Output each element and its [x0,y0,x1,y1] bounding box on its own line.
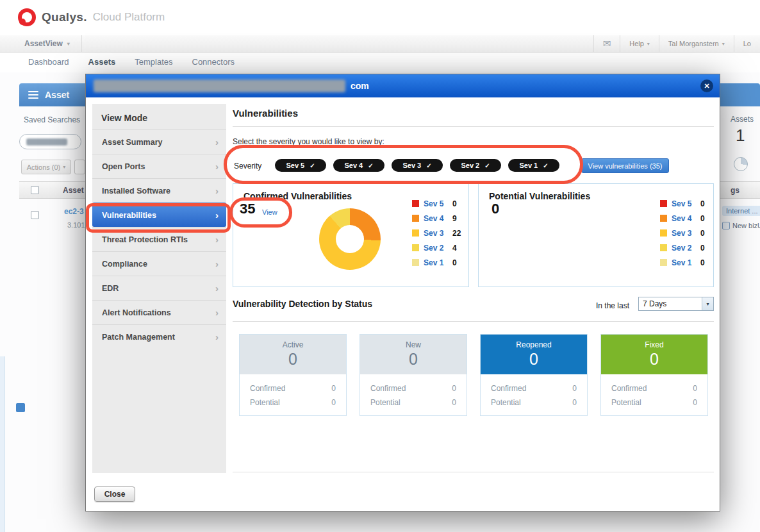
status-card-label: Reopened [481,335,587,349]
legend-row: Sev 2 4 [412,244,461,252]
brand-suffix: Cloud Platform [93,11,165,24]
legend-value: 0 [700,258,705,267]
sev1-swatch [412,259,419,266]
small-blue-icon [16,403,25,412]
status-section-title: Vulnerability Detection by Status [233,299,372,309]
close-button[interactable]: Close [94,486,135,502]
mail-button[interactable]: ✉ [593,35,620,52]
potential-row-label: Potential [611,398,641,407]
sev5-swatch [660,200,667,207]
screen: Qualys. Cloud Platform AssetView ▾ ✉ Hel… [0,0,760,532]
period-select[interactable]: 7 Days ▾ [638,297,714,311]
sidebar-item-open-ports[interactable]: Open Ports › [92,154,226,178]
page-title: Vulnerabilities [233,108,298,119]
sev2-swatch [412,244,419,251]
pie-widget-icon[interactable] [734,157,748,171]
sev-1-pill[interactable]: Sev 1 ✓ [508,159,559,172]
legend-label: Sev 3 [424,229,448,238]
legend-value: 0 [700,229,705,238]
legend-row: Sev 3 0 [660,229,705,237]
brand-name: Qualys. [42,10,87,24]
chevron-right-icon: › [215,130,219,154]
status-cards: Active 0 Confirmed 0 Potential 0 [239,334,708,416]
confirmed-row-label: Confirmed [611,384,647,393]
sidebar-item-asset-summary[interactable]: Asset Summary › [92,129,226,154]
view-mode-title: View Mode [92,104,226,129]
tab-connectors[interactable]: Connectors [192,57,235,67]
sidebar-item-alert-notifications[interactable]: Alert Notifications › [92,300,226,324]
legend-value: 0 [452,258,457,267]
sidebar-item-patch-management[interactable]: Patch Management › [92,324,226,349]
tag-internet[interactable]: Internet ... [722,206,760,216]
sidebar-item-label: Vulnerabilities [102,211,156,220]
logout-link[interactable]: Lo [734,35,760,52]
list-icon [28,91,38,99]
redacted-search-text [26,138,67,145]
saved-search-input[interactable] [19,134,81,149]
select-all-checkbox[interactable] [31,186,39,194]
confirmed-view-link[interactable]: View [262,208,277,216]
chevron-down-icon: ▾ [647,41,650,47]
actions-button[interactable]: Actions (0) ▾ [21,160,71,174]
tab-templates[interactable]: Templates [135,57,172,67]
potential-row-value: 0 [452,398,456,407]
view-vulnerabilities-button[interactable]: View vulnerabilities (35) [581,158,669,173]
confirmed-vulnerabilities-panel: Confirmed Vulnerabilities 35 View Sev 5 … [233,183,469,287]
actions-label: Actions (0) [27,163,61,171]
sev-5-pill[interactable]: Sev 5 ✓ [275,159,326,172]
status-card-header: Reopened 0 [481,335,587,374]
assets-panel-header-right [720,83,760,106]
assets-panel-title: Asset [45,90,69,100]
qualys-logo: Qualys. Cloud Platform [18,8,165,26]
check-icon: ✓ [484,162,490,169]
help-menu[interactable]: Help ▾ [620,35,659,52]
legend-value: 0 [700,244,705,253]
status-card-fixed: Fixed 0 Confirmed 0 Potential 0 [600,334,708,416]
sidebar-item-installed-software[interactable]: Installed Software › [92,178,226,203]
sev2-swatch [660,244,667,251]
confirmed-row-label: Confirmed [370,384,406,393]
user-menu[interactable]: Tal Morganstern ▾ [659,35,734,52]
legend-label: Sev 4 [424,214,448,223]
primary-tabs: Dashboard Assets Templates Connectors [28,52,235,71]
tab-dashboard[interactable]: Dashboard [28,57,69,67]
sev-3-pill[interactable]: Sev 3 ✓ [392,159,443,172]
menu-right-cluster: ✉ Help ▾ Tal Morganstern ▾ Lo [593,35,760,52]
sev-4-label: Sev 4 [344,162,363,169]
sev-5-label: Sev 5 [286,162,304,169]
potential-row: Potential 0 [360,398,467,407]
asset-ip-text: 3.101 [67,221,85,229]
sidebar-item-label: Asset Summary [102,138,163,147]
tag-newbiz[interactable]: New bizUn [722,222,760,229]
app-selector-assetview[interactable]: AssetView ▾ [13,35,82,52]
legend-value: 0 [700,214,705,223]
chevron-right-icon: › [215,252,219,276]
row-checkbox[interactable] [31,211,39,219]
assets-panel-header: Asset [19,83,85,106]
asset-name-link[interactable]: ec2-3 [64,207,85,216]
check-icon: ✓ [543,162,548,169]
sev-2-pill[interactable]: Sev 2 ✓ [450,159,501,172]
severity-label: Severity [234,162,261,170]
status-card-count: 0 [601,350,707,369]
sidebar-item-compliance[interactable]: Compliance › [92,251,226,276]
sev-4-pill[interactable]: Sev 4 ✓ [333,159,384,172]
clipped-toolbar-button[interactable] [74,160,85,174]
severity-prompt: Select the severity you would like to vi… [233,137,384,146]
sev1-swatch [660,259,667,266]
status-card-header: New 0 [360,335,467,374]
sidebar-item-vulnerabilities[interactable]: Vulnerabilities › [92,203,226,227]
sidebar-item-edr[interactable]: EDR › [92,276,226,300]
legend-label: Sev 1 [424,258,448,267]
saved-searches-label: Saved Searches [24,115,80,124]
tab-assets[interactable]: Assets [88,57,116,67]
status-card-active: Active 0 Confirmed 0 Potential 0 [239,334,347,416]
sev-2-label: Sev 2 [461,162,479,169]
chevron-down-icon: ▾ [63,164,65,170]
sidebar-item-threat-protection[interactable]: Threat Protection RTIs › [92,227,226,251]
confirmed-legend: Sev 5 0 Sev 4 9 Sev 3 22 [412,199,461,267]
close-icon[interactable]: ✕ [700,79,713,92]
sev3-swatch [412,229,419,237]
asset-column-header: Asset [63,186,85,195]
check-icon: ✓ [368,162,373,169]
